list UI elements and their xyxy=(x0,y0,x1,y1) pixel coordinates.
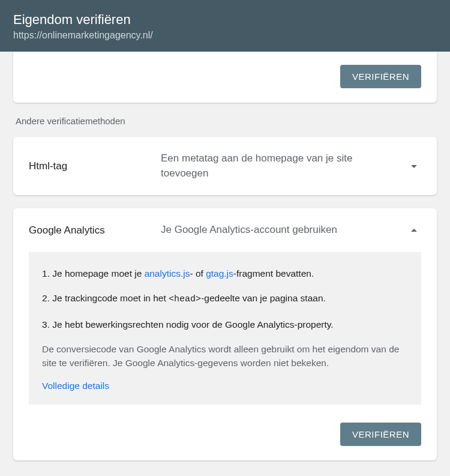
google-analytics-body: Je homepage moet je analytics.js- of gta… xyxy=(13,252,437,410)
html-tag-method-card: Html-tag Een metatag aan de homepage van… xyxy=(13,137,437,195)
ga-step-1: Je homepage moet je analytics.js- of gta… xyxy=(42,267,408,280)
full-details-link[interactable]: Volledige details xyxy=(42,381,109,391)
ga-note: De conversiecode van Google Analytics wo… xyxy=(42,342,408,370)
dialog-header: Eigendom verifiëren https://onlinemarket… xyxy=(0,0,450,52)
ga-step-3: Je hebt bewerkingsrechten nodig voor de … xyxy=(42,318,408,331)
google-analytics-name: Google Analytics xyxy=(29,224,161,236)
google-analytics-info-box: Je homepage moet je analytics.js- of gta… xyxy=(29,252,421,405)
google-analytics-footer: VERIFIËREN xyxy=(13,409,437,460)
analytics-js-link[interactable]: analytics.js xyxy=(145,268,190,279)
html-tag-description: Een metatag aan de homepage van je site … xyxy=(161,151,407,181)
head-code: <head> xyxy=(169,294,201,304)
gtag-js-link[interactable]: gtag.js xyxy=(206,268,233,279)
google-analytics-method-card: Google Analytics Je Google Analytics-acc… xyxy=(13,208,437,460)
google-analytics-description: Je Google Analytics-account gebruiken xyxy=(161,223,407,238)
chevron-down-icon xyxy=(407,159,421,173)
dialog-title: Eigendom verifiëren xyxy=(13,12,437,28)
verify-button[interactable]: VERIFIËREN xyxy=(340,423,421,446)
verify-button[interactable]: VERIFIËREN xyxy=(340,65,421,88)
html-tag-name: Html-tag xyxy=(29,160,161,172)
dialog-subtitle: https://onlinemarketingagency.nl/ xyxy=(13,30,437,41)
chevron-up-icon xyxy=(407,223,421,238)
ga-step-2: Je trackingcode moet in het <head>-gedee… xyxy=(42,291,408,307)
other-methods-label: Andere verificatiemethoden xyxy=(16,116,437,126)
google-analytics-header[interactable]: Google Analytics Je Google Analytics-acc… xyxy=(13,208,437,252)
html-tag-header[interactable]: Html-tag Een metatag aan de homepage van… xyxy=(13,137,437,195)
previous-method-card: VERIFIËREN xyxy=(13,52,437,103)
